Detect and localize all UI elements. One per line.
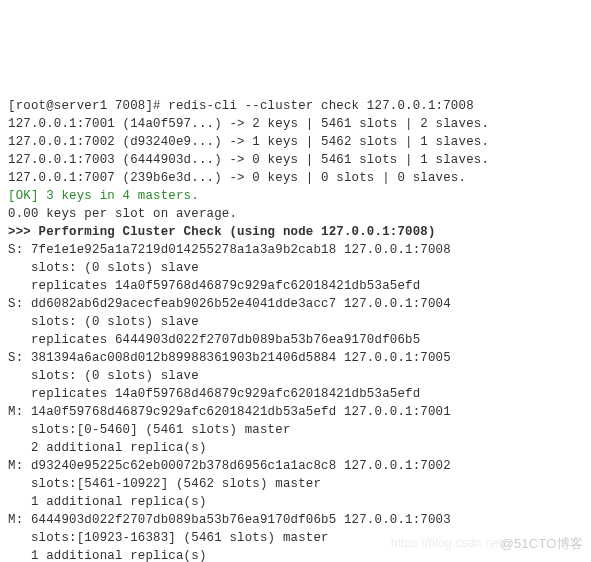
node-line: slots: (0 slots) slave: [8, 261, 199, 275]
node-line: replicates 6444903d022f2707db089ba53b76e…: [8, 333, 420, 347]
node-line: slots:[0-5460] (5461 slots) master: [8, 423, 291, 437]
node-line: replicates 14a0f59768d46879c929afc620184…: [8, 279, 420, 293]
node-line: S: 7fe1e1e925a1a7219d014255278a1a3a9b2ca…: [8, 243, 451, 257]
node-line: 1 additional replica(s): [8, 495, 207, 509]
ok-line: [OK] 3 keys in 4 masters.: [8, 189, 199, 203]
node-line: slots: (0 slots) slave: [8, 369, 199, 383]
summary-line: 127.0.0.1:7002 (d93240e9...) -> 1 keys |…: [8, 135, 489, 149]
node-line: 1 additional replica(s): [8, 549, 207, 562]
summary-line: 127.0.0.1:7001 (14a0f597...) -> 2 keys |…: [8, 117, 489, 131]
node-line: slots:[10923-16383] (5461 slots) master: [8, 531, 329, 545]
node-line: 2 additional replica(s): [8, 441, 207, 455]
node-line: slots:[5461-10922] (5462 slots) master: [8, 477, 321, 491]
node-line: M: d93240e95225c62eb00072b378d6956c1a1ac…: [8, 459, 451, 473]
node-line: M: 6444903d022f2707db089ba53b76ea9170df0…: [8, 513, 451, 527]
node-line: S: dd6082ab6d29acecfeab9026b52e4041dde3a…: [8, 297, 451, 311]
prompt-line: [root@server1 7008]# redis-cli --cluster…: [8, 99, 474, 113]
summary-line: 127.0.0.1:7007 (239b6e3d...) -> 0 keys |…: [8, 171, 466, 185]
node-line: S: 381394a6ac008d012b89988361903b21406d5…: [8, 351, 451, 365]
avg-line: 0.00 keys per slot on average.: [8, 207, 237, 221]
node-line: replicates 14a0f59768d46879c929afc620184…: [8, 387, 420, 401]
node-line: M: 14a0f59768d46879c929afc62018421db53a5…: [8, 405, 451, 419]
performing-check-line: >>> Performing Cluster Check (using node…: [8, 225, 436, 239]
summary-line: 127.0.0.1:7003 (6444903d...) -> 0 keys |…: [8, 153, 489, 167]
terminal-output: [root@server1 7008]# redis-cli --cluster…: [8, 80, 583, 562]
watermark: @51CTO博客: [501, 535, 583, 554]
watermark-faint: https://blog.csdn.net/: [391, 535, 506, 552]
node-line: slots: (0 slots) slave: [8, 315, 199, 329]
